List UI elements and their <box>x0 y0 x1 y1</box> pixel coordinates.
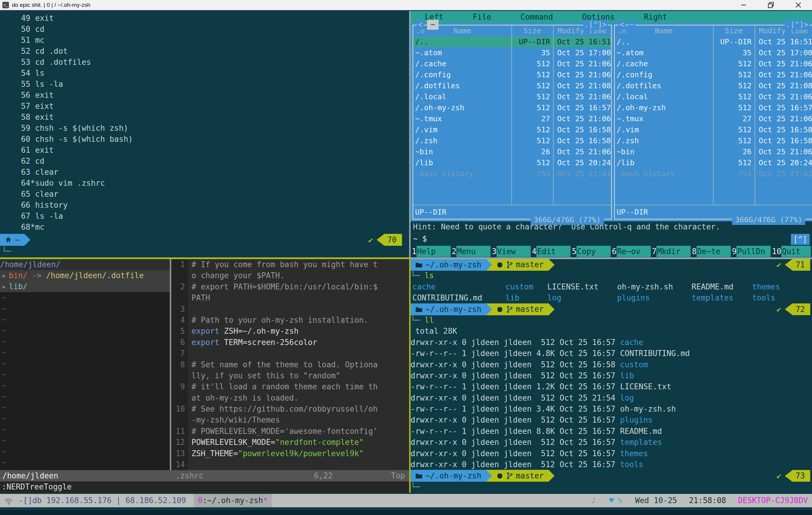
history-number: 60 <box>16 134 30 145</box>
file-name: /.. <box>615 36 713 47</box>
menu-item-file[interactable]: File <box>473 11 491 23</box>
file-name: .bash_history <box>615 168 713 179</box>
history-line: 65clear <box>16 189 409 200</box>
mc-panel-corner-right[interactable]: .[^]> <box>785 20 809 30</box>
nerdtree-node-bin[interactable]: ▸bin/ -> /home/jldeen/.dotfile <box>0 270 170 281</box>
vim-command-line[interactable]: :NERDTreeToggle <box>0 481 409 493</box>
file-name: ~.atom <box>615 47 713 58</box>
file-name: /.config <box>615 69 713 80</box>
fkey-button-de~te[interactable]: 8De~te <box>692 245 731 258</box>
fkey-button-mkdir[interactable]: 7Mkdir <box>652 245 691 258</box>
nerdtree-node-lib[interactable]: ▸lib/ <box>0 281 170 292</box>
file-row[interactable]: /..UP--DIROct 25 16:51 <box>413 36 611 47</box>
ls-entry: templates <box>692 293 733 303</box>
file-name: /.oh-my-zsh <box>413 102 512 113</box>
fkey-number: 4 <box>532 246 537 257</box>
history-number: 66 <box>16 200 30 211</box>
ll-file-name: themes <box>620 449 648 458</box>
mc-header-size[interactable]: Size <box>512 26 553 36</box>
file-mtime: Oct 25 17:00 <box>755 47 812 58</box>
menu-item-command[interactable]: Command <box>520 11 553 23</box>
history-line: 57eixt <box>16 101 409 112</box>
zsh-prompt-line: ~/.oh-my-zshmaster✔73 <box>411 470 812 481</box>
pane-divider-vertical[interactable] <box>409 11 411 258</box>
file-row[interactable]: /.config512Oct 25 21:06 <box>413 69 611 80</box>
history-line: 62cd <box>16 156 409 167</box>
chevron-right-icon: ▸ <box>0 282 9 291</box>
editor-line: 9# it'll load a random theme each time t… <box>171 381 409 392</box>
fkey-button-quit[interactable]: 10Quit <box>772 245 811 258</box>
mc-panel-corner-right[interactable]: .[^]> <box>583 20 608 30</box>
editor-line: o change your $PATH. <box>171 270 409 281</box>
file-row[interactable]: ~.tmux27Oct 25 21:06 <box>413 113 611 124</box>
editor-line-number <box>171 293 188 303</box>
file-row[interactable]: ~bin26Oct 25 21:06 <box>413 146 611 157</box>
editor-line-text: o change your $PATH. <box>188 270 409 281</box>
prompt-continuation: └─ <box>0 246 409 257</box>
mc-history-button[interactable]: [^] <box>791 234 810 245</box>
file-row[interactable]: /.zsh512Oct 25 16:58 <box>413 135 611 146</box>
file-size: 512 <box>713 91 755 102</box>
fkey-button-pulldn[interactable]: 9PullDn <box>732 245 771 258</box>
editor-line-number <box>171 270 188 281</box>
fkey-button-copy[interactable]: 5Copy <box>572 245 611 258</box>
history-number: 52 <box>16 46 30 57</box>
history-line: 64*sudo vim .zshrc <box>16 178 409 189</box>
minimize-button[interactable] <box>730 0 757 10</box>
chevron-right-icon: ▸ <box>0 271 9 280</box>
fkey-button-re~ov[interactable]: 6Re~ov <box>612 245 651 258</box>
editor-line: 4# Path to your oh-my-zsh installation. <box>171 315 409 326</box>
editor-line-number: 11 <box>171 426 188 437</box>
pane-divider-horizontal[interactable] <box>409 258 812 259</box>
fkey-button-view[interactable]: 3View <box>492 245 531 258</box>
zsh-prompt-line: ~/.oh-my-zshmaster✔71 <box>411 259 812 270</box>
file-mtime: Oct 25 21:41 <box>553 168 611 179</box>
file-row[interactable]: /.dotfiles512Oct 25 21:08 <box>413 80 611 91</box>
file-row[interactable]: /lib512Oct 25 20:24 <box>413 157 611 168</box>
file-row[interactable]: /.oh-my-zsh512Oct 25 16:57 <box>413 102 611 113</box>
nerdtree-root[interactable]: /home/jldeen/ <box>0 259 170 270</box>
history-list: 49exit50cd51mc52cd .dot53cd .dotfiles54l… <box>0 11 409 233</box>
editor-line-text: # POWERLEVEL9K_MODE='awesome-fontconfig' <box>188 426 409 437</box>
vim-editor[interactable]: 1# If you come from bash you might have … <box>171 259 409 470</box>
file-name: /.vim <box>413 124 512 135</box>
file-name: ~bin <box>615 146 713 157</box>
fkey-button-help[interactable]: 1Help <box>412 245 451 258</box>
mc-command-line[interactable]: ~ $ [^] <box>411 233 812 245</box>
ll-output-row: drwxr-xr-x 0 jldeen jldeen 512 Oct 25 16… <box>411 437 812 448</box>
mc-column-separator <box>713 26 714 205</box>
editor-line-number: 13 <box>171 448 188 459</box>
pane-divider-horizontal-active[interactable] <box>0 258 409 259</box>
fkey-label: Copy <box>577 246 611 257</box>
fkey-button-edit[interactable]: 4Edit <box>532 245 571 258</box>
file-row[interactable]: /.local512Oct 25 21:06 <box>413 91 611 102</box>
file-row[interactable]: .bash_history753Oct 25 21:41 <box>413 168 611 179</box>
file-row[interactable]: ~.atom35Oct 25 17:00 <box>413 47 611 58</box>
fkey-button-menu[interactable]: 2Menu <box>452 245 491 258</box>
file-size: 27 <box>512 113 553 124</box>
editor-line: 3 <box>171 304 409 315</box>
pane-divider-vertical-active[interactable] <box>409 259 411 493</box>
restore-button[interactable] <box>757 0 785 10</box>
editor-line-number: 10 <box>171 403 188 415</box>
code-token: # export PATH=$HOME/bin:/usr/local/bin:$ <box>192 282 378 291</box>
fkey-label: PullDn <box>736 246 771 257</box>
close-button[interactable] <box>785 0 812 10</box>
mc-panel-path-tab[interactable]: ~ <box>427 20 439 30</box>
menu-item-right[interactable]: Right <box>644 11 667 23</box>
ll-output-row: -rw-r--r-- 1 jldeen jldeen 8.8K Oct 25 1… <box>411 426 812 437</box>
tmux-window-tab[interactable]: 0:~/.oh-my-zsh* <box>194 494 272 507</box>
file-size: 512 <box>713 80 755 91</box>
history-number: 65 <box>16 189 30 200</box>
mc-header-size[interactable]: Size <box>713 26 755 36</box>
file-row[interactable]: /.cache512Oct 25 21:06 <box>413 58 611 69</box>
editor-line-number: 6 <box>171 337 188 348</box>
history-line: 56exit <box>16 90 409 101</box>
git-branch-name: master <box>516 259 544 270</box>
ll-file-meta: -rw-r--r-- 1 jldeen jldeen 4.8K Oct 25 1… <box>411 349 620 358</box>
close-icon <box>794 1 802 9</box>
file-row[interactable]: /.vim512Oct 25 16:58 <box>413 124 611 135</box>
fkey-number: 7 <box>652 246 657 257</box>
mc-panel-path-tab[interactable]: ~ <box>629 20 635 30</box>
status-ok-icon: ✔ <box>776 259 781 270</box>
